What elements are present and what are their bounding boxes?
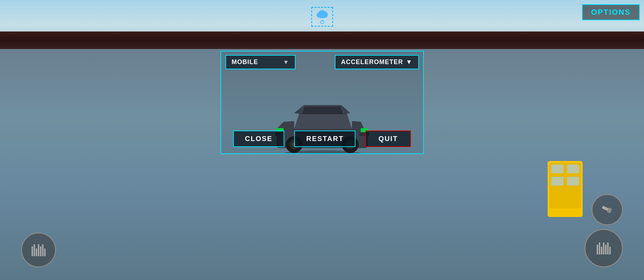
mobile-label: MOBILE	[232, 58, 258, 66]
svg-rect-20	[567, 164, 579, 173]
accelerometer-label: ACCELEROMETER	[341, 58, 403, 66]
horn-button[interactable]	[591, 194, 623, 225]
brake-left-button[interactable]	[21, 232, 56, 267]
svg-rect-21	[551, 177, 563, 186]
accelerometer-dropdown[interactable]: ACCELEROMETER ▼	[335, 55, 419, 69]
mobile-chevron: ▼	[283, 59, 289, 65]
sync-icon	[318, 20, 326, 24]
barcode-right-icon	[597, 242, 611, 254]
mobile-dropdown[interactable]: MOBILE ▼	[225, 55, 296, 69]
svg-rect-22	[567, 177, 579, 186]
right-vehicle	[544, 154, 586, 224]
bottom-left-control-area	[21, 232, 56, 267]
svg-rect-19	[551, 164, 563, 173]
quit-button[interactable]: QUIT	[365, 131, 411, 147]
close-button[interactable]: CLOSE	[233, 131, 285, 147]
cloud-icon	[315, 9, 330, 19]
barcode-left-icon	[32, 244, 46, 256]
pause-panel: MOBILE ▼ ACCELEROMETER ▼	[221, 51, 424, 154]
bottom-right-controls	[584, 194, 623, 267]
car-area: CLOSE RESTART QUIT	[221, 73, 423, 153]
panel-top-row: MOBILE ▼ ACCELEROMETER ▼	[221, 51, 423, 73]
cloud-icon-area	[311, 7, 333, 27]
ground-strip	[0, 31, 644, 49]
accelerometer-chevron: ▼	[406, 58, 413, 66]
options-button[interactable]: OPTIONS	[582, 4, 640, 20]
wrench-icon	[598, 200, 617, 219]
brake-right-button[interactable]	[584, 229, 623, 267]
cloud-dashed-box	[311, 7, 333, 27]
svg-point-3	[318, 10, 326, 16]
restart-button[interactable]: RESTART	[294, 131, 355, 147]
panel-buttons-row: CLOSE RESTART QUIT	[221, 131, 423, 153]
